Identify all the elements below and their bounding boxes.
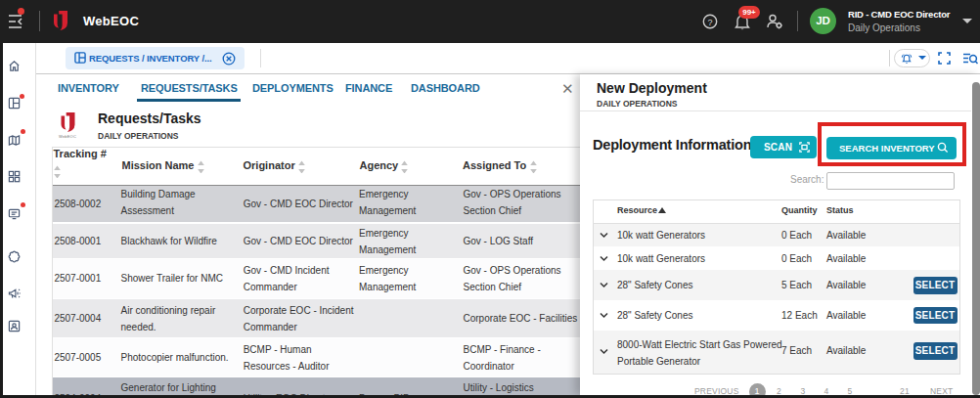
svg-text:?: ? — [707, 18, 712, 27]
